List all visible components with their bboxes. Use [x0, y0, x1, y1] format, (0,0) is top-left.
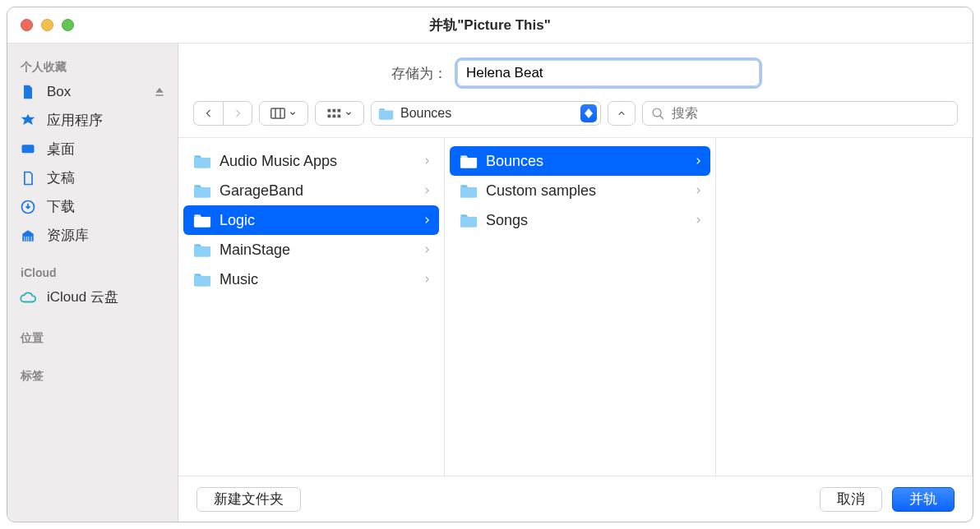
folder-name: GarageBand [220, 182, 303, 200]
sidebar-section-tags: 标签 [7, 364, 178, 387]
folder-name: Music [220, 271, 258, 288]
finder-sidebar: 个人收藏 Box 应用程序 桌面 [7, 44, 178, 522]
browser-toolbar: Bounces [178, 96, 973, 138]
folder-row[interactable]: GarageBand [183, 176, 439, 205]
window-title: 并轨"Picture This" [7, 16, 973, 34]
search-input[interactable] [672, 106, 949, 121]
svg-rect-7 [333, 109, 336, 113]
sidebar-item-icloud-drive[interactable]: iCloud 云盘 [7, 283, 178, 311]
sidebar-section-favorites: 个人收藏 [7, 55, 178, 78]
save-as-label: 存储为： [391, 64, 447, 83]
bounce-save-dialog: 并轨"Picture This" 个人收藏 Box 应用程序 [7, 7, 973, 522]
sidebar-item-box[interactable]: Box [7, 78, 178, 106]
search-icon [651, 107, 665, 121]
save-as-row: 存储为： [178, 44, 973, 96]
chevron-up-icon [616, 109, 627, 117]
desktop-icon [19, 140, 37, 159]
sidebar-item-label: 文稿 [47, 168, 75, 187]
sidebar-item-label: 应用程序 [47, 111, 103, 130]
folder-name: Songs [486, 212, 528, 229]
folder-icon [378, 108, 394, 120]
svg-rect-11 [338, 115, 341, 118]
titlebar: 并轨"Picture This" [7, 7, 973, 44]
view-mode-button[interactable] [259, 101, 308, 126]
column-1[interactable]: Audio Music AppsGarageBandLogicMainStage… [178, 138, 445, 476]
folder-row[interactable]: MainStage [183, 235, 439, 264]
sidebar-item-downloads[interactable]: 下载 [7, 192, 178, 221]
sidebar-item-label: 资源库 [47, 226, 89, 245]
location-popup[interactable]: Bounces [371, 101, 601, 126]
svg-rect-6 [328, 109, 331, 113]
dialog-footer: 新建文件夹 取消 并轨 [178, 476, 973, 522]
chevron-right-icon [423, 214, 431, 226]
downloads-icon [19, 198, 37, 216]
sidebar-item-label: iCloud 云盘 [47, 288, 118, 306]
chevron-right-icon [423, 244, 431, 255]
folder-name: Audio Music Apps [220, 153, 337, 170]
location-name: Bounces [400, 106, 574, 121]
folder-row[interactable]: Custom samples [450, 176, 710, 205]
chevron-right-icon [694, 214, 702, 226]
svg-rect-10 [333, 115, 336, 118]
new-folder-button[interactable]: 新建文件夹 [196, 487, 301, 512]
column-3[interactable] [716, 138, 973, 476]
chevron-right-icon [694, 155, 702, 167]
search-field[interactable] [642, 101, 958, 126]
sidebar-item-library[interactable]: 资源库 [7, 221, 178, 250]
chevron-right-icon [423, 274, 431, 285]
apps-icon [19, 112, 37, 130]
eject-icon[interactable] [153, 85, 166, 99]
folder-row[interactable]: Bounces [450, 146, 710, 176]
popup-arrows-icon [580, 104, 597, 122]
folder-row[interactable]: Songs [450, 205, 710, 235]
library-icon [19, 227, 37, 245]
back-button[interactable] [193, 101, 223, 126]
svg-line-13 [660, 115, 663, 118]
group-by-button[interactable] [315, 101, 364, 126]
sidebar-item-label: 下载 [47, 197, 75, 216]
chevron-right-icon [694, 185, 702, 196]
folder-row[interactable]: Music [183, 264, 439, 294]
svg-rect-8 [338, 109, 341, 113]
folder-name: MainStage [220, 242, 290, 259]
sidebar-item-applications[interactable]: 应用程序 [7, 106, 178, 135]
chevron-down-icon [344, 110, 353, 117]
nav-back-forward [193, 101, 252, 126]
sidebar-section-locations: 位置 [7, 326, 178, 349]
column-browser: Audio Music AppsGarageBandLogicMainStage… [178, 138, 973, 476]
forward-button[interactable] [223, 101, 252, 126]
chevron-right-icon [423, 185, 431, 196]
grid-icon [326, 108, 341, 119]
columns-icon [270, 108, 285, 119]
save-as-input[interactable] [457, 60, 760, 86]
folder-row[interactable]: Audio Music Apps [183, 146, 439, 176]
collapse-button[interactable] [608, 101, 636, 126]
folder-name: Custom samples [486, 182, 596, 200]
bounce-button[interactable]: 并轨 [892, 487, 955, 512]
svg-rect-9 [328, 115, 331, 118]
main-panel: 存储为： [178, 44, 973, 522]
cancel-button[interactable]: 取消 [820, 487, 882, 512]
sidebar-item-desktop[interactable]: 桌面 [7, 135, 178, 163]
folder-name: Bounces [486, 153, 543, 170]
folder-row[interactable]: Logic [183, 205, 439, 235]
column-2[interactable]: BouncesCustom samplesSongs [445, 138, 716, 476]
cloud-icon [19, 288, 37, 306]
documents-icon [19, 169, 37, 187]
sidebar-item-label: 桌面 [47, 140, 75, 159]
sidebar-section-icloud: iCloud [7, 261, 178, 283]
svg-point-12 [653, 108, 661, 117]
svg-rect-3 [271, 108, 285, 118]
folder-name: Logic [220, 212, 255, 229]
sidebar-item-documents[interactable]: 文稿 [7, 163, 178, 192]
document-icon [19, 83, 37, 101]
sidebar-item-label: Box [47, 84, 71, 100]
chevron-right-icon [423, 155, 431, 167]
chevron-down-icon [289, 110, 297, 117]
